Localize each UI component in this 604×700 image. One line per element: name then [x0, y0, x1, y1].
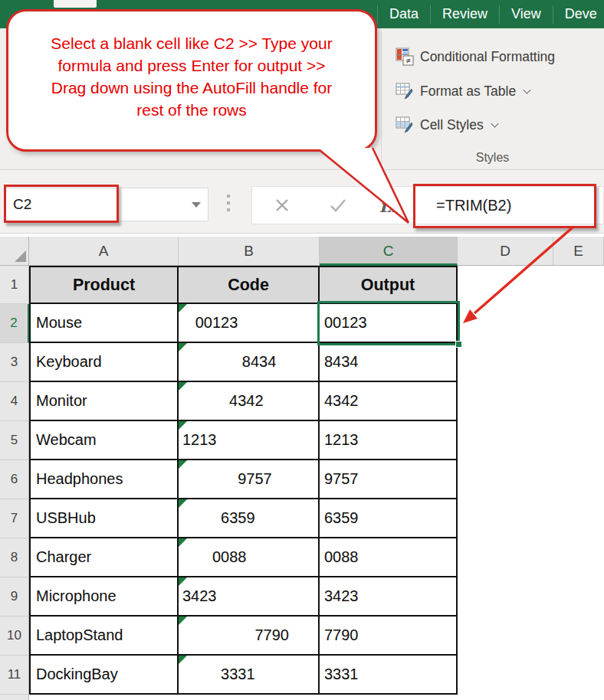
- cell-B11[interactable]: 3331: [179, 656, 320, 695]
- formula-text: =TRIM(B2): [436, 197, 511, 214]
- cell-B1[interactable]: Code: [179, 266, 320, 304]
- fill-handle[interactable]: [455, 341, 462, 348]
- cell-A10[interactable]: LaptopStand: [29, 617, 179, 656]
- error-flag-icon: [179, 538, 187, 547]
- error-flag-icon: [179, 499, 187, 508]
- cell-C6[interactable]: 9757: [320, 460, 458, 499]
- formula-bar: C2 fx =TRIM(B2): [0, 170, 604, 234]
- cell-B4[interactable]: 4342: [179, 382, 320, 421]
- cell-styles-button[interactable]: Cell Styles: [396, 113, 498, 136]
- cell-A1[interactable]: Product: [29, 266, 179, 304]
- tab-review[interactable]: Review: [431, 0, 499, 28]
- cell-C4[interactable]: 4342: [320, 382, 458, 421]
- format-as-table-button[interactable]: Format as Table: [396, 80, 530, 103]
- error-flag-icon: [179, 343, 187, 352]
- row-header-3[interactable]: 3: [0, 343, 29, 382]
- cell-C9[interactable]: 3423: [320, 577, 458, 617]
- cell-B10[interactable]: 7790: [179, 617, 320, 656]
- error-flag-icon: [179, 382, 187, 391]
- cell-A2[interactable]: Mouse: [29, 304, 179, 343]
- row-header-10[interactable]: 10: [0, 617, 29, 656]
- cancel-icon[interactable]: [274, 197, 291, 214]
- row-header-4[interactable]: 4: [0, 382, 29, 421]
- cell-B2[interactable]: 00123: [179, 304, 320, 343]
- not-equal-badge: ≠: [405, 56, 410, 65]
- group-separator: [381, 32, 382, 166]
- cell-A4[interactable]: Monitor: [29, 382, 179, 421]
- name-box[interactable]: C2: [5, 188, 208, 221]
- partial-active-tab[interactable]: [54, 0, 97, 8]
- format-as-table-label: Format as Table: [420, 83, 516, 100]
- cell-C7[interactable]: 6359: [320, 499, 458, 538]
- cell-C11[interactable]: 3331: [320, 656, 458, 695]
- ribbon-tabs: Data Review View Deve: [377, 0, 604, 28]
- row-header-9[interactable]: 9: [0, 577, 29, 617]
- cell-C2[interactable]: 00123: [320, 304, 458, 343]
- instruction-callout: Select a blank cell like C2 >> Type your…: [6, 9, 377, 152]
- formula-input[interactable]: =TRIM(B2): [436, 187, 511, 224]
- name-box-value: C2: [13, 196, 31, 212]
- cell-C3[interactable]: 8434: [320, 343, 458, 382]
- enter-check-icon[interactable]: [329, 197, 347, 214]
- cell-C1[interactable]: Output: [320, 266, 458, 304]
- spreadsheet: ABCDE 1ProductCodeOutput2Mouse 001230012…: [0, 234, 604, 700]
- column-header-B[interactable]: B: [179, 237, 320, 266]
- cell-A8[interactable]: Charger: [29, 538, 179, 577]
- cell-A9[interactable]: Microphone: [29, 577, 179, 617]
- column-header-C[interactable]: C: [320, 237, 458, 266]
- cell-B8[interactable]: 0088: [179, 538, 320, 577]
- insert-function-icon[interactable]: fx: [379, 195, 398, 216]
- formula-panel: fx =TRIM(B2): [251, 186, 604, 224]
- callout-text: Select a blank cell like C2 >> Type your…: [40, 33, 343, 122]
- tab-view[interactable]: View: [500, 0, 553, 28]
- cell-B6[interactable]: 9757: [179, 460, 320, 499]
- chevron-down-icon: [524, 86, 531, 93]
- row-header-7[interactable]: 7: [0, 499, 29, 538]
- error-flag-icon: [179, 656, 187, 664]
- tab-data[interactable]: Data: [378, 0, 430, 28]
- column-header-E[interactable]: E: [553, 237, 604, 266]
- cell-styles-icon: [396, 116, 414, 134]
- styles-group-label: Styles: [381, 151, 604, 165]
- cell-C5[interactable]: 1213: [320, 421, 458, 460]
- error-flag-icon: [179, 304, 187, 312]
- cell-A3[interactable]: Keyboard: [29, 343, 179, 382]
- formula-bar-handle[interactable]: [227, 195, 230, 211]
- error-flag-icon: [179, 577, 187, 586]
- column-header-A[interactable]: A: [29, 237, 179, 266]
- cell-B5[interactable]: 1213: [179, 421, 320, 460]
- conditional-formatting-button[interactable]: ≠ Conditional Formatting: [396, 45, 555, 68]
- cell-A11[interactable]: DockingBay: [29, 656, 179, 695]
- select-all-icon: [15, 250, 26, 262]
- cell-B9[interactable]: 3423: [179, 577, 320, 617]
- chevron-down-icon: [491, 119, 498, 127]
- cell-B7[interactable]: 6359: [179, 499, 320, 538]
- column-headers: ABCDE: [0, 237, 604, 266]
- select-all-corner[interactable]: [0, 237, 29, 266]
- cell-A7[interactable]: USBHub: [29, 499, 179, 538]
- format-as-table-icon: [396, 82, 414, 100]
- cell-B3[interactable]: 8434: [179, 343, 320, 382]
- cell-C10[interactable]: 7790: [320, 617, 458, 656]
- sheet-grid: 1ProductCodeOutput2Mouse 00123001233Keyb…: [0, 266, 458, 700]
- error-flag-icon: [179, 421, 187, 430]
- cell-styles-label: Cell Styles: [420, 117, 484, 133]
- tab-developer[interactable]: Deve: [553, 0, 604, 28]
- row-header-5[interactable]: 5: [0, 421, 29, 460]
- row-header-2[interactable]: 2: [0, 304, 29, 343]
- error-flag-icon: [179, 460, 187, 469]
- error-flag-icon: [179, 617, 187, 625]
- row-header-8[interactable]: 8: [0, 538, 29, 577]
- conditional-formatting-icon: ≠: [396, 47, 414, 66]
- row-header-1[interactable]: 1: [0, 266, 29, 304]
- column-header-D[interactable]: D: [458, 237, 553, 266]
- cell-C8[interactable]: 0088: [320, 538, 458, 577]
- row-header-6[interactable]: 6: [0, 460, 29, 499]
- row-header-11[interactable]: 11: [0, 656, 29, 695]
- name-box-dropdown-icon[interactable]: [192, 202, 201, 208]
- conditional-formatting-label: Conditional Formatting: [420, 49, 555, 65]
- cell-A5[interactable]: Webcam: [29, 421, 179, 460]
- row-header-partial: [0, 695, 29, 700]
- cell-A6[interactable]: Headphones: [29, 460, 179, 499]
